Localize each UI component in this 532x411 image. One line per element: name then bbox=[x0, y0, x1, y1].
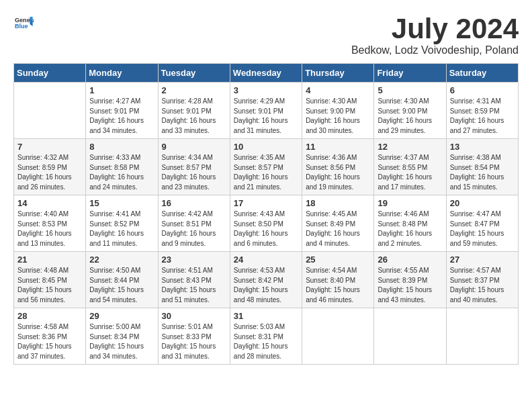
day-info: Sunrise: 4:45 AM Sunset: 8:49 PM Dayligh… bbox=[306, 210, 370, 248]
day-number: 29 bbox=[89, 311, 154, 321]
calendar-cell: 23Sunrise: 4:51 AM Sunset: 8:43 PM Dayli… bbox=[158, 252, 230, 308]
day-number: 30 bbox=[162, 311, 226, 321]
day-number: 6 bbox=[450, 85, 515, 95]
day-info: Sunrise: 4:35 AM Sunset: 8:57 PM Dayligh… bbox=[234, 153, 298, 192]
day-number: 11 bbox=[306, 142, 370, 152]
calendar-header-thursday: Thursday bbox=[302, 64, 374, 83]
day-info: Sunrise: 4:50 AM Sunset: 8:44 PM Dayligh… bbox=[89, 266, 154, 305]
day-number: 5 bbox=[378, 85, 442, 95]
day-number: 1 bbox=[89, 85, 154, 95]
day-info: Sunrise: 4:42 AM Sunset: 8:51 PM Dayligh… bbox=[162, 210, 226, 248]
day-info: Sunrise: 4:28 AM Sunset: 9:01 PM Dayligh… bbox=[162, 97, 226, 136]
day-number: 28 bbox=[17, 311, 82, 321]
calendar-cell: 2Sunrise: 4:28 AM Sunset: 9:01 PM Daylig… bbox=[158, 83, 230, 139]
day-info: Sunrise: 4:53 AM Sunset: 8:42 PM Dayligh… bbox=[234, 266, 298, 305]
calendar-week-row: 14Sunrise: 4:40 AM Sunset: 8:53 PM Dayli… bbox=[14, 195, 519, 252]
day-info: Sunrise: 4:38 AM Sunset: 8:54 PM Dayligh… bbox=[450, 153, 515, 192]
calendar-cell: 8Sunrise: 4:33 AM Sunset: 8:58 PM Daylig… bbox=[86, 139, 158, 195]
calendar-body: 1Sunrise: 4:27 AM Sunset: 9:01 PM Daylig… bbox=[14, 83, 519, 365]
day-info: Sunrise: 4:37 AM Sunset: 8:55 PM Dayligh… bbox=[378, 153, 442, 192]
calendar-cell: 10Sunrise: 4:35 AM Sunset: 8:57 PM Dayli… bbox=[230, 139, 302, 195]
calendar-header-monday: Monday bbox=[86, 64, 158, 83]
day-number: 25 bbox=[306, 255, 370, 265]
day-info: Sunrise: 4:46 AM Sunset: 8:48 PM Dayligh… bbox=[378, 210, 442, 248]
day-info: Sunrise: 4:33 AM Sunset: 8:58 PM Dayligh… bbox=[89, 153, 154, 192]
calendar-cell: 6Sunrise: 4:31 AM Sunset: 8:59 PM Daylig… bbox=[446, 83, 518, 139]
calendar-cell: 9Sunrise: 4:34 AM Sunset: 8:57 PM Daylig… bbox=[158, 139, 230, 195]
calendar-cell: 1Sunrise: 4:27 AM Sunset: 9:01 PM Daylig… bbox=[86, 83, 158, 139]
day-info: Sunrise: 4:31 AM Sunset: 8:59 PM Dayligh… bbox=[450, 97, 515, 136]
day-info: Sunrise: 5:03 AM Sunset: 8:31 PM Dayligh… bbox=[234, 322, 298, 361]
day-number: 3 bbox=[234, 85, 298, 95]
calendar-cell: 14Sunrise: 4:40 AM Sunset: 8:53 PM Dayli… bbox=[14, 195, 86, 252]
day-number: 10 bbox=[234, 142, 298, 152]
day-info: Sunrise: 4:54 AM Sunset: 8:40 PM Dayligh… bbox=[306, 266, 370, 305]
day-info: Sunrise: 4:55 AM Sunset: 8:39 PM Dayligh… bbox=[378, 266, 442, 305]
day-info: Sunrise: 4:48 AM Sunset: 8:45 PM Dayligh… bbox=[17, 266, 82, 305]
day-number: 18 bbox=[306, 198, 370, 208]
day-info: Sunrise: 4:34 AM Sunset: 8:57 PM Dayligh… bbox=[162, 153, 226, 192]
calendar-cell: 11Sunrise: 4:36 AM Sunset: 8:56 PM Dayli… bbox=[302, 139, 374, 195]
calendar-cell: 22Sunrise: 4:50 AM Sunset: 8:44 PM Dayli… bbox=[86, 252, 158, 308]
calendar-cell: 7Sunrise: 4:32 AM Sunset: 8:59 PM Daylig… bbox=[14, 139, 86, 195]
calendar-cell: 31Sunrise: 5:03 AM Sunset: 8:31 PM Dayli… bbox=[230, 308, 302, 365]
day-number: 22 bbox=[89, 255, 154, 265]
calendar-cell: 20Sunrise: 4:47 AM Sunset: 8:47 PM Dayli… bbox=[446, 195, 518, 252]
day-number: 14 bbox=[17, 198, 82, 208]
calendar-week-row: 7Sunrise: 4:32 AM Sunset: 8:59 PM Daylig… bbox=[14, 139, 519, 195]
day-info: Sunrise: 4:27 AM Sunset: 9:01 PM Dayligh… bbox=[89, 97, 154, 136]
day-number: 13 bbox=[450, 142, 515, 152]
day-info: Sunrise: 5:01 AM Sunset: 8:33 PM Dayligh… bbox=[162, 322, 226, 361]
calendar-cell: 4Sunrise: 4:30 AM Sunset: 9:00 PM Daylig… bbox=[302, 83, 374, 139]
day-number: 20 bbox=[450, 198, 515, 208]
header: General Blue July 2024 Bedkow, Lodz Voiv… bbox=[13, 13, 519, 56]
calendar-cell: 13Sunrise: 4:38 AM Sunset: 8:54 PM Dayli… bbox=[446, 139, 518, 195]
day-number: 17 bbox=[234, 198, 298, 208]
calendar-week-row: 1Sunrise: 4:27 AM Sunset: 9:01 PM Daylig… bbox=[14, 83, 519, 139]
day-number: 23 bbox=[162, 255, 226, 265]
calendar-cell: 25Sunrise: 4:54 AM Sunset: 8:40 PM Dayli… bbox=[302, 252, 374, 308]
day-number: 8 bbox=[89, 142, 154, 152]
calendar-cell: 16Sunrise: 4:42 AM Sunset: 8:51 PM Dayli… bbox=[158, 195, 230, 252]
calendar-cell: 26Sunrise: 4:55 AM Sunset: 8:39 PM Dayli… bbox=[374, 252, 446, 308]
calendar-week-row: 28Sunrise: 4:58 AM Sunset: 8:36 PM Dayli… bbox=[14, 308, 519, 365]
calendar-header-row: SundayMondayTuesdayWednesdayThursdayFrid… bbox=[14, 64, 519, 83]
calendar-cell bbox=[374, 308, 446, 365]
day-info: Sunrise: 4:51 AM Sunset: 8:43 PM Dayligh… bbox=[162, 266, 226, 305]
calendar-cell: 15Sunrise: 4:41 AM Sunset: 8:52 PM Dayli… bbox=[86, 195, 158, 252]
calendar-cell: 29Sunrise: 5:00 AM Sunset: 8:34 PM Dayli… bbox=[86, 308, 158, 365]
day-number: 4 bbox=[306, 85, 370, 95]
day-info: Sunrise: 4:58 AM Sunset: 8:36 PM Dayligh… bbox=[17, 322, 82, 361]
calendar-header-friday: Friday bbox=[374, 64, 446, 83]
day-number: 16 bbox=[162, 198, 226, 208]
calendar-header-tuesday: Tuesday bbox=[158, 64, 230, 83]
day-number: 7 bbox=[17, 142, 82, 152]
title-area: July 2024 Bedkow, Lodz Voivodeship, Pola… bbox=[351, 13, 519, 56]
calendar-cell: 28Sunrise: 4:58 AM Sunset: 8:36 PM Dayli… bbox=[14, 308, 86, 365]
calendar-cell bbox=[14, 83, 86, 139]
day-info: Sunrise: 4:30 AM Sunset: 9:00 PM Dayligh… bbox=[378, 97, 442, 136]
day-info: Sunrise: 4:29 AM Sunset: 9:01 PM Dayligh… bbox=[234, 97, 298, 136]
calendar-cell: 12Sunrise: 4:37 AM Sunset: 8:55 PM Dayli… bbox=[374, 139, 446, 195]
day-number: 26 bbox=[378, 255, 442, 265]
calendar-cell bbox=[446, 308, 518, 365]
calendar-header-wednesday: Wednesday bbox=[230, 64, 302, 83]
day-info: Sunrise: 4:30 AM Sunset: 9:00 PM Dayligh… bbox=[306, 97, 370, 136]
calendar-week-row: 21Sunrise: 4:48 AM Sunset: 8:45 PM Dayli… bbox=[14, 252, 519, 308]
calendar-cell: 30Sunrise: 5:01 AM Sunset: 8:33 PM Dayli… bbox=[158, 308, 230, 365]
day-number: 27 bbox=[450, 255, 515, 265]
day-number: 12 bbox=[378, 142, 442, 152]
day-number: 21 bbox=[17, 255, 82, 265]
day-number: 15 bbox=[89, 198, 154, 208]
day-info: Sunrise: 4:41 AM Sunset: 8:52 PM Dayligh… bbox=[89, 210, 154, 248]
day-info: Sunrise: 4:47 AM Sunset: 8:47 PM Dayligh… bbox=[450, 210, 515, 248]
calendar-cell: 27Sunrise: 4:57 AM Sunset: 8:37 PM Dayli… bbox=[446, 252, 518, 308]
day-number: 31 bbox=[234, 311, 298, 321]
calendar-table: SundayMondayTuesdayWednesdayThursdayFrid… bbox=[13, 63, 519, 365]
day-info: Sunrise: 4:40 AM Sunset: 8:53 PM Dayligh… bbox=[17, 210, 82, 248]
day-number: 2 bbox=[162, 85, 226, 95]
calendar-cell: 24Sunrise: 4:53 AM Sunset: 8:42 PM Dayli… bbox=[230, 252, 302, 308]
calendar-cell: 5Sunrise: 4:30 AM Sunset: 9:00 PM Daylig… bbox=[374, 83, 446, 139]
logo: General Blue bbox=[13, 13, 34, 35]
day-info: Sunrise: 4:57 AM Sunset: 8:37 PM Dayligh… bbox=[450, 266, 515, 305]
